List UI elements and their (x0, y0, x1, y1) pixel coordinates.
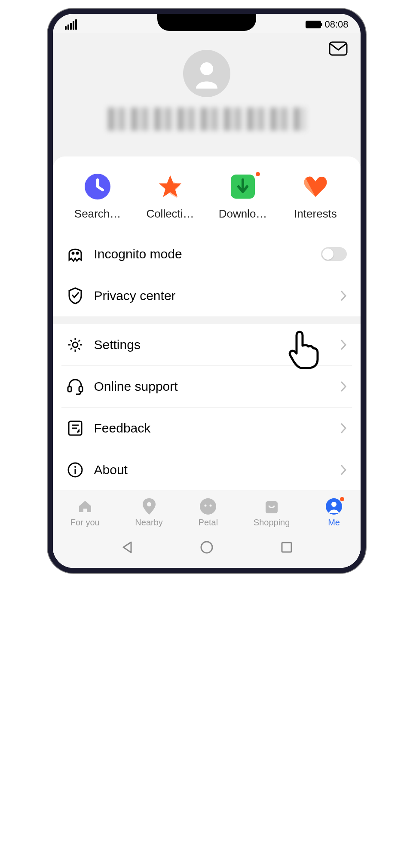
heart-icon (303, 175, 328, 199)
messages-button[interactable] (329, 41, 348, 58)
svg-rect-20 (282, 543, 291, 552)
signal-icon (65, 19, 77, 30)
quick-interests[interactable]: Interests (283, 174, 348, 221)
svg-point-5 (76, 252, 78, 254)
headset-icon (67, 378, 84, 395)
svg-point-19 (201, 542, 212, 553)
face-icon (200, 498, 216, 515)
svg-point-4 (72, 252, 74, 254)
quick-label: Interests (294, 207, 337, 221)
system-nav-bar (53, 531, 361, 568)
battery-icon (306, 21, 321, 28)
incognito-toggle[interactable] (321, 247, 347, 261)
phone-frame: 08:08 (48, 9, 366, 573)
quick-label: Search… (74, 207, 121, 221)
person-icon (326, 498, 342, 515)
row-feedback[interactable]: Feedback (61, 408, 352, 449)
chevron-right-icon (340, 339, 347, 351)
location-pin-icon (143, 498, 156, 515)
tab-me[interactable]: Me (325, 498, 343, 528)
quick-actions: Search… Collecti… (61, 174, 352, 221)
quick-label: Collecti… (146, 207, 194, 221)
row-incognito[interactable]: Incognito mode (61, 233, 352, 275)
bottom-tabbar: For you Nearby Petal Shopping (53, 491, 361, 531)
chevron-right-icon (340, 290, 347, 302)
envelope-icon (329, 41, 348, 56)
person-icon (192, 58, 222, 89)
tab-shopping[interactable]: Shopping (254, 498, 290, 528)
quick-collections[interactable]: Collecti… (138, 174, 202, 221)
avatar[interactable] (183, 50, 230, 97)
tutorial-pointer-icon (288, 328, 322, 371)
row-about[interactable]: About (61, 449, 352, 491)
tab-for-you[interactable]: For you (70, 498, 100, 528)
nav-back[interactable] (121, 541, 133, 555)
row-privacy-center[interactable]: Privacy center (61, 275, 352, 316)
quick-search-history[interactable]: Search… (65, 174, 130, 221)
svg-point-15 (210, 505, 212, 507)
tab-label: Me (328, 518, 340, 528)
section-divider (53, 316, 361, 324)
svg-point-14 (205, 505, 207, 507)
chevron-right-icon (340, 422, 347, 434)
circle-home-icon (200, 540, 214, 554)
row-label: Online support (94, 379, 330, 394)
square-recent-icon (281, 541, 293, 553)
svg-point-1 (200, 62, 213, 75)
notification-dot-icon (256, 172, 260, 176)
tab-label: Shopping (254, 518, 290, 528)
triangle-back-icon (121, 541, 133, 554)
svg-point-13 (200, 498, 216, 515)
svg-point-11 (74, 466, 76, 468)
info-icon (67, 462, 83, 478)
chevron-right-icon (340, 464, 347, 476)
settings-list-b: Settings (61, 324, 352, 491)
notification-dot-icon (340, 497, 344, 501)
quick-downloads[interactable]: Downlo… (211, 174, 275, 221)
tab-nearby[interactable]: Nearby (135, 498, 162, 528)
quick-label: Downlo… (219, 207, 267, 221)
status-time: 08:08 (324, 19, 348, 30)
row-label: Feedback (94, 421, 330, 436)
feedback-note-icon (67, 420, 83, 436)
star-icon (157, 173, 183, 200)
home-icon (77, 499, 93, 514)
phone-notch (157, 14, 256, 31)
clock-icon (85, 174, 110, 199)
row-settings[interactable]: Settings (61, 324, 352, 366)
tab-petal[interactable]: Petal (199, 498, 218, 528)
download-icon (231, 175, 255, 199)
svg-point-6 (73, 342, 78, 347)
content-card: Search… Collecti… (53, 156, 361, 491)
row-label: About (94, 463, 330, 477)
shield-check-icon (68, 287, 83, 304)
tab-label: For you (70, 518, 100, 528)
row-label: Incognito mode (94, 247, 311, 261)
profile-header (53, 33, 361, 156)
settings-list-a: Incognito mode Privacy center (61, 233, 352, 316)
chevron-right-icon (340, 380, 347, 393)
gear-icon (67, 337, 83, 353)
row-online-support[interactable]: Online support (61, 366, 352, 408)
nav-recent[interactable] (281, 541, 293, 555)
nav-home[interactable] (200, 540, 214, 556)
username-redacted (108, 107, 306, 131)
tab-label: Nearby (135, 518, 162, 528)
svg-point-18 (331, 502, 337, 507)
svg-rect-0 (330, 42, 347, 55)
ghost-icon (67, 245, 83, 263)
tab-label: Petal (199, 518, 218, 528)
row-label: Privacy center (94, 288, 330, 303)
shopping-bag-icon (264, 499, 279, 514)
svg-point-12 (147, 502, 151, 506)
